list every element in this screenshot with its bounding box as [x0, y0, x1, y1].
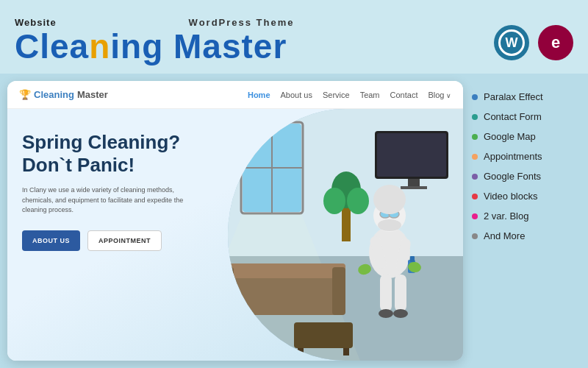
svg-rect-20 [294, 322, 353, 348]
about-us-button[interactable]: ABOUT US [22, 230, 80, 251]
appointment-button[interactable]: APPOINTMENT [87, 230, 162, 251]
svg-point-15 [347, 188, 369, 214]
svg-rect-34 [395, 275, 406, 311]
feature-dot [472, 134, 478, 140]
brand-title: Cleaning Master [15, 29, 295, 63]
svg-point-37 [373, 185, 406, 214]
elementor-letter: e [551, 33, 560, 52]
nav-team[interactable]: Team [360, 91, 380, 99]
feature-google-map: Google Map [470, 128, 581, 145]
hero-headline: Spring Cleaning?Don`t Panic! [22, 131, 228, 177]
feature-paralax: Paralax Effect [470, 88, 581, 105]
svg-point-35 [379, 309, 393, 318]
feature-google-fonts: Google Fonts [470, 168, 581, 185]
svg-point-14 [323, 188, 345, 214]
nav-service[interactable]: Service [323, 91, 350, 99]
feature-label: 2 var. Blog [484, 210, 528, 222]
feature-contact-form: Contact Form [470, 108, 581, 125]
hero-section: Spring Cleaning?Don`t Panic! In Clany we… [7, 109, 463, 361]
svg-rect-33 [380, 275, 392, 311]
svg-rect-10 [408, 179, 420, 186]
feature-label: Google Fonts [484, 171, 541, 182]
feature-and-more: And More [470, 227, 581, 244]
feature-label: Google Map [484, 131, 536, 142]
page-header: Website WordPress Theme Cleaning Master … [0, 0, 588, 74]
svg-rect-22 [343, 348, 349, 355]
svg-rect-19 [332, 267, 345, 315]
feature-label: Paralax Effect [484, 91, 543, 102]
feature-dot [472, 94, 478, 100]
feature-dot [472, 114, 478, 120]
feature-blog: 2 var. Blog [470, 208, 581, 224]
feature-dot [472, 174, 478, 180]
feature-dot [472, 194, 478, 199]
nav-home[interactable]: Home [248, 91, 270, 99]
feature-label: Video blocks [484, 191, 537, 202]
svg-rect-9 [377, 133, 446, 177]
feature-label: And More [484, 230, 525, 241]
wordpress-icon: W [494, 25, 529, 60]
platform-icons: W e [494, 25, 573, 60]
feature-appointments: Appointments [470, 148, 581, 165]
wp-letter: W [506, 35, 518, 51]
site-navbar: 🏆 Cleaning Master Home About us Service … [7, 81, 463, 109]
room-illustration [228, 109, 463, 361]
logo-text2: Master [77, 89, 108, 100]
hero-buttons: ABOUT US APPOINTMENT [22, 230, 228, 251]
features-list: Paralax Effect Contact Form Google Map A… [463, 74, 588, 368]
hero-text: Spring Cleaning?Don`t Panic! In Clany we… [7, 109, 243, 361]
svg-point-25 [378, 219, 401, 231]
feature-video-blocks: Video blocks [470, 188, 581, 205]
svg-point-36 [393, 309, 408, 318]
site-logo: 🏆 Cleaning Master [19, 89, 108, 100]
elementor-icon: e [538, 25, 573, 60]
nav-links: Home About us Service Team Contact Blog [248, 91, 451, 99]
feature-dot [472, 233, 478, 239]
logo-text: Cleaning [34, 89, 74, 100]
logo-icon: 🏆 [19, 89, 31, 100]
header-title-area: Website WordPress Theme Cleaning Master [15, 17, 295, 63]
main-area: 🏆 Cleaning Master Home About us Service … [0, 74, 588, 368]
hero-description: In Clany we use a wide variety of cleani… [22, 185, 184, 216]
feature-dot [472, 213, 478, 219]
nav-contact[interactable]: Contact [390, 91, 418, 99]
feature-label: Contact Form [484, 111, 542, 122]
website-label: Website [15, 17, 57, 28]
feature-label: Appointments [484, 151, 542, 162]
feature-dot [472, 154, 478, 160]
website-preview: 🏆 Cleaning Master Home About us Service … [7, 81, 463, 361]
nav-about[interactable]: About us [281, 91, 312, 99]
svg-rect-21 [298, 348, 304, 355]
wordpress-label: WordPress Theme [189, 17, 295, 28]
nav-blog[interactable]: Blog [428, 91, 451, 99]
svg-rect-11 [401, 186, 427, 189]
svg-rect-17 [228, 263, 345, 278]
svg-rect-32 [410, 256, 415, 262]
title-cleaning: Cleaning Master [15, 27, 287, 66]
hero-image [228, 109, 463, 361]
